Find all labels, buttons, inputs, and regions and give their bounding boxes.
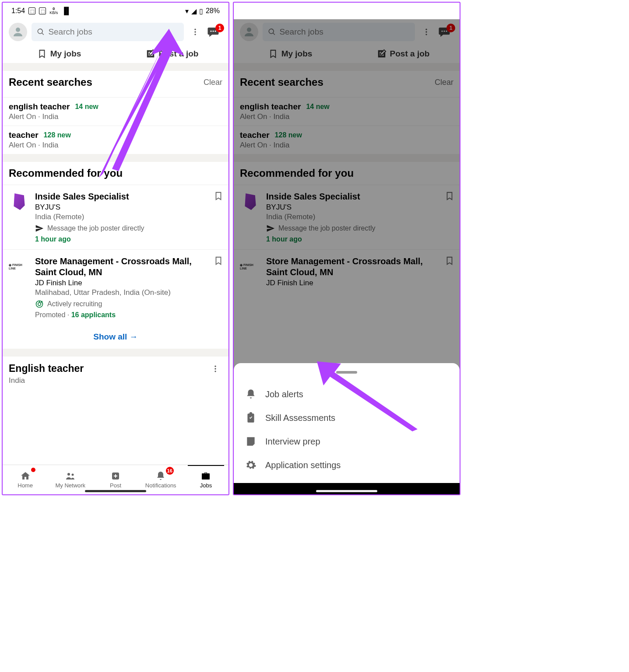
overflow-menu-button[interactable]: [208, 364, 222, 373]
my-jobs-button[interactable]: My jobs: [3, 45, 116, 63]
nav-home[interactable]: Home: [3, 465, 48, 494]
overflow-menu-button[interactable]: [188, 28, 202, 36]
nav-bar-bg: [234, 483, 460, 494]
status-bar: 1:54 ⬚ ⬚ 0KB/s ▐▌ ▾ ◢ ▯ 28%: [3, 3, 228, 19]
recent-search-item[interactable]: teacher128 new Alert On · India: [3, 126, 228, 154]
svg-point-4: [211, 31, 212, 32]
svg-point-13: [71, 474, 74, 476]
bookmark-button[interactable]: [214, 191, 222, 243]
status-icon: ▐▌: [61, 7, 71, 15]
sheet-application-settings[interactable]: Application settings: [234, 453, 460, 477]
sheet-skill-assessments[interactable]: Skill Assessments: [234, 406, 460, 430]
recent-searches-title: Recent searches: [9, 76, 92, 88]
job-card[interactable]: ◉ FINISH LINE Store Management - Crossro…: [3, 249, 228, 325]
avatar[interactable]: [9, 23, 27, 41]
sheet-interview-prep[interactable]: Interview prep: [234, 430, 460, 453]
battery-percent: 28%: [437, 7, 451, 15]
status-icon: ▐▌: [292, 7, 302, 15]
svg-point-9: [214, 365, 216, 367]
notification-dot: [31, 468, 35, 472]
svg-point-5: [213, 31, 214, 32]
wifi-icon: ▾: [185, 7, 189, 15]
screenshot-left: 1:54 ⬚ ⬚ 0KB/s ▐▌ ▾ ◢ ▯ 28% 1: [2, 2, 229, 495]
wifi-icon: ▾: [416, 7, 420, 15]
svg-point-6: [215, 31, 216, 32]
gesture-handle[interactable]: [85, 490, 146, 492]
bookmark-button[interactable]: [214, 256, 222, 319]
svg-point-1: [194, 29, 196, 30]
status-icon: ⬚: [260, 7, 267, 14]
status-icon: ⬚: [39, 7, 46, 14]
sheet-grabber[interactable]: [336, 371, 357, 374]
svg-point-2: [194, 31, 196, 32]
svg-point-11: [214, 371, 216, 372]
messages-button[interactable]: 1: [207, 25, 222, 38]
svg-point-3: [194, 34, 196, 35]
svg-point-8: [38, 303, 41, 306]
show-all-button[interactable]: Show all: [3, 325, 228, 349]
target-icon: [35, 300, 44, 308]
svg-point-12: [67, 473, 70, 476]
sheet-job-alerts[interactable]: Job alerts: [234, 382, 460, 406]
send-icon: [35, 224, 44, 233]
status-time: 1:54: [11, 7, 25, 15]
gesture-handle[interactable]: [316, 490, 377, 492]
note-icon: [245, 436, 257, 447]
bell-icon: [245, 388, 257, 400]
job-alert-title: English teacher: [9, 363, 84, 374]
job-card[interactable]: Inside Sales Specialist BYJU'S India (Re…: [3, 185, 228, 249]
company-logo: ◉ FINISH LINE: [9, 256, 30, 277]
search-icon: [37, 28, 45, 36]
screenshot-right: 1:54 ⬚ ⬚ 206KB/s ▐▌ ▾ ◢ ▯ 28% 1 My jobs …: [233, 2, 460, 495]
network-speed: 0KB/s: [49, 7, 58, 15]
svg-point-10: [214, 368, 216, 369]
status-bar: 1:54 ⬚ ⬚ 206KB/s ▐▌ ▾ ◢ ▯ 28%: [234, 3, 460, 19]
svg-point-0: [16, 28, 20, 32]
status-icon: ⬚: [270, 7, 277, 14]
notifications-badge: 16: [166, 467, 174, 475]
recommended-title: Recommended for you: [9, 167, 222, 179]
search-input[interactable]: [32, 23, 184, 41]
bottom-sheet: Job alerts Skill Assessments Interview p…: [234, 363, 460, 494]
battery-percent: 28%: [206, 7, 220, 15]
battery-icon: ▯: [430, 7, 434, 15]
network-speed: 206KB/s: [281, 7, 289, 15]
post-job-button[interactable]: Post a job: [116, 45, 228, 63]
messages-badge: 1: [215, 24, 224, 32]
clear-button[interactable]: Clear: [204, 78, 222, 87]
status-icon: ⬚: [28, 7, 35, 14]
bookmark-icon: [37, 49, 47, 59]
signal-icon: ◢: [191, 7, 197, 15]
edit-icon: [146, 49, 155, 59]
nav-jobs[interactable]: Jobs: [183, 465, 228, 494]
gear-icon: [245, 459, 257, 471]
status-time: 1:54: [242, 7, 256, 15]
clipboard-check-icon: [245, 412, 257, 424]
signal-icon: ◢: [422, 7, 428, 15]
recent-search-item[interactable]: english teacher14 new Alert On · India: [3, 97, 228, 126]
battery-icon: ▯: [199, 7, 203, 15]
company-logo: [9, 191, 30, 212]
